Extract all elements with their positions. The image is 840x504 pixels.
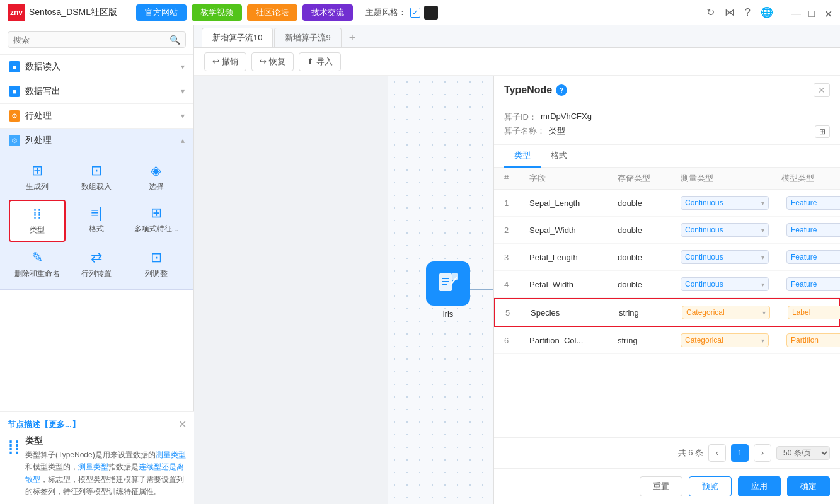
search-input-wrap[interactable]: 🔍 [8,32,186,48]
table-header: # 字段 存储类型 测量类型 模型类型 [494,168,840,190]
search-input[interactable] [13,35,170,45]
col-process-label: 列处理 [25,135,52,146]
node-iris[interactable]: iris [426,261,470,319]
panel-title-wrap: TypeNode ? [504,84,567,96]
col-header-field: 字段 [529,173,618,184]
rename-icon: ✎ [32,249,43,266]
pagination: 共 6 条 ‹ 1 › 50 条/页 20 条/页 100 条/页 [494,437,840,468]
row6-model-select[interactable]: Partition ▾ [786,333,840,347]
apply-button[interactable]: 应用 [738,476,781,496]
row5-measure-arrow: ▾ [762,309,766,316]
prev-page-button[interactable]: ‹ [708,444,726,462]
node-desc-title[interactable]: 节点描述【更多...】 [8,419,80,430]
col-item-type[interactable]: ⁞⁞ 类型 [9,200,66,242]
total-count: 共 6 条 [678,447,703,459]
col-item-rename[interactable]: ✎ 删除和重命名 [9,244,66,284]
flow-arrow-1 [470,289,493,290]
page-1-button[interactable]: 1 [731,444,749,462]
select-icon: ◈ [151,163,161,179]
preview-button[interactable]: 预览 [689,476,732,496]
col-item-adjust[interactable]: ⊡ 列调整 [128,244,185,284]
row5-model-select[interactable]: Label ▾ [788,306,840,319]
nav-tech-exchange[interactable]: 技术交流 [302,4,353,21]
nav-community-forum[interactable]: 社区论坛 [247,4,297,21]
minimize-button[interactable]: — [791,8,800,17]
row3-field: Petal_Length [529,253,618,262]
col-item-transpose[interactable]: ⇄ 行列转置 [68,244,125,284]
col-item-format[interactable]: ≡| 格式 [68,200,125,242]
algo-name-row: 算子名称： 类型 ⊞ [504,125,830,138]
col-item-select[interactable]: ◈ 选择 [128,158,185,197]
logo-icon: znv [8,4,25,21]
theme-checkbox[interactable]: ✓ [410,8,420,18]
col-header-storage: 存储类型 [618,173,681,184]
flow-container: iris 样 [426,252,493,328]
sidebar-item-row-process[interactable]: ⚙ 行处理 ▾ [0,104,193,129]
node-description: 节点描述【更多...】 ✕ ⁞⁞ 类型 类型算子(TypeNode)是用来设置数… [0,411,194,504]
row6-field: Partition_Col... [529,336,618,345]
row5-measure-select[interactable]: Categorical ▾ [682,306,770,319]
next-page-button[interactable]: › [754,444,771,462]
sidebar-item-data-import[interactable]: ■ 数据读入 ▾ [0,55,193,79]
algo-id-value: mrDpVhCFXg [541,112,592,123]
node-desc-name: 类型 [25,435,187,447]
row2-measure-select[interactable]: Continuous ▾ [681,223,769,237]
row1-field: Sepal_Length [529,198,618,208]
theme-dark-preview[interactable] [424,6,438,20]
per-page-select[interactable]: 50 条/页 20 条/页 100 条/页 [776,446,830,460]
row-process-icon: ⚙ [9,110,20,122]
row2-model-select[interactable]: Feature ▾ [786,223,840,237]
row1-measure-select[interactable]: Continuous ▾ [681,196,769,210]
redo-button[interactable]: ↪ 恢复 [251,52,294,71]
close-button[interactable]: ✕ [824,8,832,17]
nav-official-site[interactable]: 官方网站 [136,4,187,21]
reset-button[interactable]: 重置 [640,476,682,496]
panel-close-button[interactable]: ✕ [814,83,830,97]
algo-name-value: 类型 [549,125,565,138]
refresh-icon[interactable]: ↻ [706,6,715,18]
nav-tutorial-video[interactable]: 教学视频 [192,4,242,21]
theme-label: 主题风格： [365,7,406,18]
tab-flow-9[interactable]: 新增算子流9 [274,28,341,47]
globe-icon[interactable]: 🌐 [761,6,773,18]
row6-measure-select[interactable]: Categorical ▾ [681,333,769,347]
row3-measure-arrow: ▾ [761,254,764,261]
row4-measure-arrow: ▾ [761,281,764,288]
row4-model-select[interactable]: Feature ▾ [786,277,840,291]
redo-icon: ↪ [260,57,267,66]
panel-meta: 算子ID： mrDpVhCFXg 算子名称： 类型 ⊞ [494,105,840,145]
data-export-icon: ■ [9,86,20,97]
table-row: 4 Petal_Width double Continuous ▾ Featur… [494,271,840,298]
row3-model-select[interactable]: Feature ▾ [786,250,840,264]
panel-tab-type[interactable]: 类型 [504,145,541,168]
undo-button[interactable]: ↩ 撤销 [204,52,246,71]
col-process-header[interactable]: ⚙ 列处理 ▴ [0,129,193,152]
col-process-section: ⚙ 列处理 ▴ ⊞ 生成列 ⊡ 数组载入 ◈ 选择 ⁞⁞ 类型 [0,129,193,290]
col-process-grid: ⊞ 生成列 ⊡ 数组载入 ◈ 选择 ⁞⁞ 类型 ≡| 格式 ⊞ 多项式特征... [0,152,193,289]
confirm-button[interactable]: 确定 [787,476,830,496]
import-button[interactable]: ⬆ 导入 [299,52,341,71]
app-title: Sentosa_DSML社区版 [29,7,117,18]
adjust-label: 列调整 [145,268,168,279]
help-icon[interactable]: ? [745,7,751,18]
row4-measure-select[interactable]: Continuous ▾ [681,277,769,291]
canvas-area[interactable]: iris 样 [388,76,493,504]
row3-measure-select[interactable]: Continuous ▾ [681,250,769,264]
panel-help-button[interactable]: ? [556,84,567,96]
sidebar-item-data-export[interactable]: ■ 数据写出 ▾ [0,79,193,104]
tab-flow-10[interactable]: 新增算子流10 [202,28,273,47]
row1-model-select[interactable]: Feature ▾ [786,196,840,210]
panel-tab-format[interactable]: 格式 [541,145,577,168]
col-item-generate[interactable]: ⊞ 生成列 [9,158,66,197]
col-item-polynomial[interactable]: ⊞ 多项式特征... [128,200,185,242]
share-icon[interactable]: ⋈ [725,6,735,18]
generate-col-icon: ⊞ [32,163,43,179]
expand-button[interactable]: ⊞ [815,125,830,138]
tab-add-button[interactable]: + [343,29,362,47]
node-desc-close[interactable]: ✕ [178,418,187,430]
svg-rect-4 [452,273,458,280]
maximize-button[interactable]: □ [807,8,816,17]
right-panel: TypeNode ? ✕ 算子ID： mrDpVhCFXg 算子名称： 类型 ⊞… [493,76,840,504]
col-item-array-load[interactable]: ⊡ 数组载入 [68,158,125,197]
select-label: 选择 [149,181,164,192]
